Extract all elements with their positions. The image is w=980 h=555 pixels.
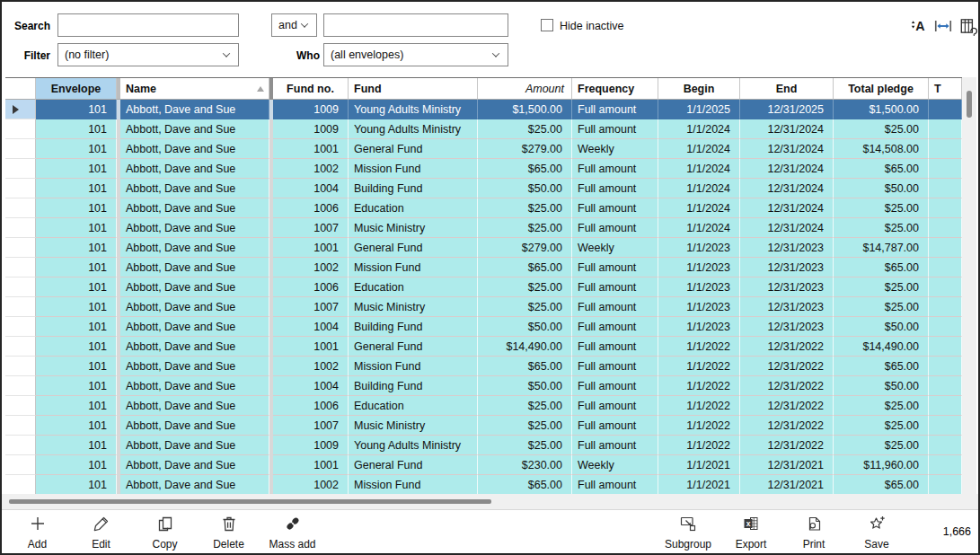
cell-begin[interactable]: 1/1/2022 [658,357,740,376]
cell-end[interactable]: 12/31/2023 [740,317,834,337]
cell-envelope[interactable]: 101 [36,357,117,376]
cell-amount[interactable]: $25.00 [478,278,572,297]
cell-end[interactable]: 12/31/2024 [740,159,834,179]
cell-frequency[interactable]: Full amount [572,119,658,139]
cell-envelope[interactable]: 101 [36,278,117,297]
column-header-frequency[interactable]: Frequency [572,78,658,100]
cell-begin[interactable]: 1/1/2025 [658,100,740,119]
cell-name[interactable]: Abbott, Dave and Sue [120,198,269,218]
cell-end[interactable]: 12/31/2024 [740,119,834,139]
cell-end[interactable]: 12/31/2023 [740,238,834,258]
cell-name[interactable]: Abbott, Dave and Sue [120,179,269,198]
cell-envelope[interactable]: 101 [36,416,117,436]
cell-name[interactable]: Abbott, Dave and Sue [120,238,269,258]
cell-frequency[interactable]: Full amount [572,416,658,436]
row-selector[interactable] [5,159,36,179]
cell-frequency[interactable]: Weekly [572,238,658,258]
cell-amount[interactable]: $279.00 [478,139,572,159]
row-selector[interactable] [5,278,36,297]
cell-name[interactable]: Abbott, Dave and Sue [120,139,269,159]
cell-begin[interactable]: 1/1/2022 [658,436,740,455]
cell-frequency[interactable]: Full amount [572,475,658,495]
cell-amount[interactable]: $65.00 [478,258,572,278]
cell-fund[interactable]: Mission Fund [349,258,478,278]
cell-end[interactable]: 12/31/2023 [740,258,834,278]
cell-end[interactable]: 12/31/2025 [740,100,834,119]
cell-fund_no[interactable]: 1007 [273,218,349,238]
cell-total_pledge[interactable]: $25.00 [834,297,929,317]
cell-name[interactable]: Abbott, Dave and Sue [120,475,269,495]
row-selector[interactable] [5,119,36,139]
cell-total_pledge[interactable]: $14,508.00 [834,139,929,159]
cell-fund[interactable]: Building Fund [349,317,478,337]
cell-begin[interactable]: 1/1/2024 [658,179,740,198]
cell-envelope[interactable]: 101 [36,317,117,337]
cell-envelope[interactable]: 101 [36,100,117,119]
vertical-scrollbar[interactable] [962,77,976,494]
cell-envelope[interactable]: 101 [36,436,117,455]
cell-fund[interactable]: General Fund [349,139,478,159]
cell-begin[interactable]: 1/1/2023 [658,278,740,297]
cell-frequency[interactable]: Full amount [572,100,658,119]
cell-end[interactable]: 12/31/2024 [740,198,834,218]
cell-amount[interactable]: $25.00 [478,436,572,455]
cell-begin[interactable]: 1/1/2024 [658,218,740,238]
cell-frequency[interactable]: Weekly [572,139,658,159]
cell-truncated[interactable] [929,238,962,258]
cell-fund[interactable]: Young Adults Ministry [349,119,478,139]
cell-truncated[interactable] [929,179,962,198]
cell-frequency[interactable]: Full amount [572,278,658,297]
cell-total_pledge[interactable]: $25.00 [834,396,929,416]
cell-frequency[interactable]: Full amount [572,297,658,317]
cell-fund_no[interactable]: 1004 [273,179,349,198]
cell-name[interactable]: Abbott, Dave and Sue [120,357,269,376]
cell-total_pledge[interactable]: $25.00 [834,119,929,139]
export-button[interactable]: xExport [720,514,782,551]
cell-name[interactable]: Abbott, Dave and Sue [120,218,269,238]
edit-button[interactable]: Edit [69,514,133,551]
copy-button[interactable]: Copy [133,514,197,551]
cell-frequency[interactable]: Full amount [572,218,658,238]
cell-fund_no[interactable]: 1001 [273,337,349,357]
horizontal-scrollbar-thumb[interactable] [9,499,491,504]
cell-amount[interactable]: $25.00 [478,218,572,238]
cell-amount[interactable]: $50.00 [478,179,572,198]
row-selector[interactable] [5,455,36,475]
cell-name[interactable]: Abbott, Dave and Sue [120,396,269,416]
cell-name[interactable]: Abbott, Dave and Sue [120,455,269,475]
cell-fund_no[interactable]: 1004 [273,376,349,396]
cell-begin[interactable]: 1/1/2021 [658,455,740,475]
cell-end[interactable]: 12/31/2024 [740,139,834,159]
cell-end[interactable]: 12/31/2021 [740,455,834,475]
row-selector[interactable] [5,198,36,218]
cell-frequency[interactable]: Full amount [572,258,658,278]
cell-truncated[interactable] [929,436,962,455]
cell-envelope[interactable]: 101 [36,258,117,278]
save-button[interactable]: Save [845,514,908,551]
cell-begin[interactable]: 1/1/2023 [658,258,740,278]
cell-name[interactable]: Abbott, Dave and Sue [120,159,269,179]
cell-truncated[interactable] [929,376,962,396]
filter-select[interactable]: (no filter) [57,43,239,66]
column-header-envelope[interactable]: Envelope [36,78,117,100]
cell-truncated[interactable] [929,455,962,475]
cell-frequency[interactable]: Full amount [572,198,658,218]
row-selector[interactable] [5,436,36,455]
fit-column-width-icon[interactable] [933,16,953,36]
cell-begin[interactable]: 1/1/2024 [658,119,740,139]
cell-fund[interactable]: Education [349,396,478,416]
cell-fund_no[interactable]: 1007 [273,297,349,317]
cell-end[interactable]: 12/31/2022 [740,396,834,416]
row-selector[interactable] [5,357,36,376]
cell-end[interactable]: 12/31/2023 [740,297,834,317]
cell-frequency[interactable]: Full amount [572,357,658,376]
search-input-2[interactable] [323,13,508,37]
cell-fund_no[interactable]: 1001 [273,455,349,475]
cell-envelope[interactable]: 101 [36,297,117,317]
cell-name[interactable]: Abbott, Dave and Sue [120,337,269,357]
cell-total_pledge[interactable]: $65.00 [834,475,929,495]
hide-inactive-checkbox[interactable] [541,19,553,31]
cell-begin[interactable]: 1/1/2023 [658,317,740,337]
cell-fund_no[interactable]: 1001 [273,139,349,159]
cell-begin[interactable]: 1/1/2022 [658,416,740,436]
